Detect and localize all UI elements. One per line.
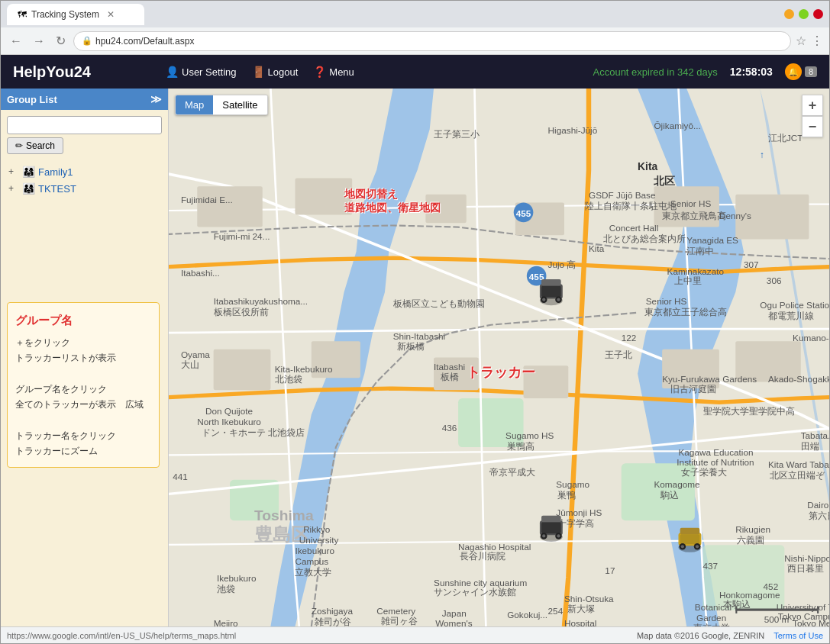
- time-display: 12:58:03: [730, 66, 773, 78]
- svg-text:池袋: 池袋: [217, 584, 235, 594]
- svg-text:Sugamo: Sugamo: [556, 479, 589, 489]
- svg-text:巣鴨高: 巣鴨高: [507, 441, 534, 451]
- forward-button[interactable]: →: [30, 33, 48, 50]
- svg-text:Sunshine city aquarium: Sunshine city aquarium: [434, 578, 527, 588]
- browser-tab[interactable]: 🗺 Tracking System ✕: [7, 4, 144, 25]
- ssl-lock-icon: 🔒: [82, 36, 92, 46]
- group-name-family1: Family1: [38, 166, 73, 178]
- svg-point-163: [681, 545, 684, 548]
- tab-close-button[interactable]: ✕: [107, 9, 115, 20]
- svg-text:Campus: Campus: [295, 556, 328, 566]
- svg-text:Shin-Otsuka: Shin-Otsuka: [564, 594, 614, 604]
- svg-text:254: 254: [548, 606, 564, 616]
- svg-text:Tokyo Metropolitan: Tokyo Metropolitan: [793, 618, 829, 626]
- svg-rect-152: [541, 522, 561, 533]
- svg-text:Hospital: Hospital: [564, 618, 596, 626]
- svg-text:Yanagida ES: Yanagida ES: [686, 235, 738, 245]
- svg-text:Gokokuj...: Gokokuj...: [507, 610, 547, 620]
- svg-text:306: 306: [767, 275, 782, 285]
- user-icon: 👤: [166, 66, 179, 78]
- satellite-button[interactable]: Satellite: [213, 95, 266, 114]
- svg-text:Komagome: Komagome: [654, 479, 700, 489]
- event-count-badge: 8: [805, 66, 817, 77]
- svg-text:Fujimidai E...: Fujimidai E...: [181, 195, 233, 204]
- browser-menu-button[interactable]: ⋮: [811, 34, 823, 48]
- bookmark-button[interactable]: ☆: [796, 34, 806, 48]
- svg-text:雑司が谷: 雑司が谷: [315, 617, 351, 626]
- svg-text:Kita-Ikebukuro: Kita-Ikebukuro: [275, 364, 333, 374]
- svg-text:Ikebukuro: Ikebukuro: [217, 573, 257, 583]
- svg-text:帝京平成大: 帝京平成大: [489, 467, 535, 477]
- svg-point-148: [557, 298, 560, 301]
- svg-text:東京大学: 東京大学: [693, 623, 730, 626]
- group-item-family1[interactable]: + 👨‍👩‍👧 Family1: [7, 163, 162, 180]
- menu-button[interactable]: ❓ Menu: [313, 66, 354, 78]
- svg-text:旧古河庭園: 旧古河庭園: [670, 384, 716, 394]
- status-url: https://www.google.com/intl/en-US_US/hel…: [7, 631, 236, 640]
- svg-rect-6: [295, 179, 352, 215]
- svg-text:Kyu-Furukawa Gardens: Kyu-Furukawa Gardens: [662, 374, 757, 384]
- sidebar-collapse-button[interactable]: ≫: [150, 93, 162, 105]
- svg-text:Japan: Japan: [442, 608, 467, 618]
- svg-rect-167: [735, 606, 737, 613]
- svg-text:Itabashikuyakushoma...: Itabashikuyakushoma...: [214, 296, 308, 306]
- svg-text:Kumano-No...: Kumano-No...: [793, 333, 829, 343]
- svg-text:陸上自衛隊十条駐屯地: 陸上自衛隊十条駐屯地: [585, 201, 677, 211]
- svg-text:Jujo 高: Jujo 高: [548, 259, 576, 269]
- terms-link[interactable]: Terms of Use: [773, 631, 823, 640]
- svg-text:Ōjikamiyō...: Ōjikamiyō...: [654, 121, 700, 130]
- notification-badge[interactable]: 🔔: [785, 63, 802, 80]
- svg-text:Jūmonji HS: Jūmonji HS: [556, 507, 602, 517]
- zoom-out-button[interactable]: −: [802, 116, 823, 137]
- map-button[interactable]: Map: [176, 95, 213, 114]
- minimize-button[interactable]: [784, 9, 794, 19]
- svg-text:Ikebukuro: Ikebukuro: [295, 546, 334, 555]
- svg-text:大山: 大山: [181, 359, 199, 369]
- svg-text:Kita Ward Tabata ES: Kita Ward Tabata ES: [768, 459, 829, 469]
- svg-rect-149: [541, 279, 561, 286]
- svg-text:女子栄養大: 女子栄養大: [681, 467, 727, 477]
- svg-text:307: 307: [744, 259, 759, 269]
- svg-text:板橋区立こども動物園: 板橋区立こども動物園: [392, 298, 485, 308]
- address-bar[interactable]: 🔒 hpu24.com/Default.aspx: [73, 31, 791, 51]
- app-container: HelpYou24 👤 User Setting 🚪 Logout ❓ Menu…: [1, 55, 829, 643]
- svg-text:長谷川病院: 長谷川病院: [460, 551, 505, 561]
- sidebar-search: ✏ Search: [1, 110, 168, 160]
- search-input[interactable]: [7, 116, 162, 134]
- svg-rect-144: [541, 286, 561, 298]
- menu-label: Menu: [329, 66, 354, 78]
- close-button[interactable]: [813, 9, 823, 19]
- svg-text:Kaminakazato: Kaminakazato: [667, 266, 725, 276]
- svg-rect-160: [680, 534, 700, 544]
- svg-text:Mejiro: Mejiro: [214, 618, 238, 626]
- user-setting-button[interactable]: 👤 User Setting: [166, 66, 237, 78]
- svg-text:都電荒川線: 都電荒川線: [768, 311, 814, 320]
- zoom-in-button[interactable]: +: [802, 95, 823, 116]
- svg-rect-165: [680, 528, 700, 535]
- svg-text:Kita: Kita: [638, 160, 657, 172]
- svg-text:441: 441: [173, 472, 188, 481]
- map-area[interactable]: Map Satellite + −: [169, 89, 829, 626]
- svg-text:Itabashi: Itabashi: [434, 362, 465, 372]
- svg-point-147: [542, 298, 545, 301]
- group-family-icon: 👨‍👩‍👧: [22, 166, 35, 178]
- back-button[interactable]: ←: [7, 33, 25, 50]
- search-button[interactable]: ✏ Search: [7, 137, 63, 154]
- maximize-button[interactable]: [799, 9, 809, 19]
- main-content: Group List ≫ ✏ Search + 👨‍👩‍👧 Family1: [1, 89, 829, 626]
- group-name-tktest: TKTEST: [38, 183, 76, 195]
- svg-text:Zoshigaya: Zoshigaya: [312, 606, 354, 616]
- logout-button[interactable]: 🚪 Logout: [252, 66, 299, 78]
- svg-text:Ogu Police Station: Ogu Police Station: [760, 300, 829, 310]
- svg-point-164: [696, 545, 699, 548]
- annotation-desc4: 全てのトラッカーが表示 広域: [15, 397, 151, 412]
- reload-button[interactable]: ↻: [53, 32, 69, 50]
- browser-toolbar: ← → ↻ 🔒 hpu24.com/Default.aspx ☆ ⋮: [1, 27, 829, 55]
- group-item-tktest[interactable]: + 👨‍👩‍👧 TKTEST: [7, 180, 162, 197]
- header-nav: 👤 User Setting 🚪 Logout ❓ Menu: [166, 66, 593, 78]
- svg-text:王子北: 王子北: [605, 349, 632, 359]
- zoom-controls: + −: [802, 95, 823, 137]
- svg-text:GSDF Jūjō Base: GSDF Jūjō Base: [589, 190, 656, 200]
- svg-text:北区: 北区: [653, 175, 675, 187]
- svg-text:Tabata...: Tabata...: [801, 430, 829, 440]
